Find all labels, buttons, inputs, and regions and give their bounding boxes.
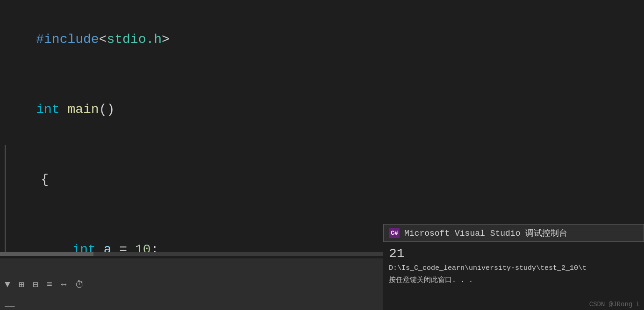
watermark-text: CSDN @JRong L	[589, 301, 640, 308]
console-output: 21	[389, 246, 638, 262]
code-line-int-a: int a = 10;	[5, 215, 383, 252]
bottom-toolbar: ▼ ⊞ ⊟ ≡ ↔ ⏱ __	[0, 259, 383, 310]
code-line-main: int main()	[5, 75, 383, 145]
dropdown-icon[interactable]: ▼	[5, 279, 10, 290]
vs-icon: C#	[389, 228, 400, 238]
code-editor[interactable]: #include<stdio.h> int main() { int a = 1…	[0, 0, 383, 252]
console-wait: 按任意键关闭此窗口. . .	[389, 275, 638, 287]
console-title: Microsoft Visual Studio 调试控制台	[404, 227, 567, 239]
console-body: 21 D:\Is_C_code_learn\university-study\t…	[383, 242, 644, 290]
console-path: D:\Is_C_code_learn\university-study\test…	[389, 262, 638, 275]
code-line-open-brace: {	[5, 145, 383, 215]
editor-scrollbar[interactable]	[0, 252, 383, 256]
align-icon[interactable]: ⊞	[19, 279, 24, 290]
watermark: CSDN @JRong L	[589, 301, 640, 308]
clock-icon[interactable]: ⏱	[75, 279, 84, 290]
console-panel: C# Microsoft Visual Studio 调试控制台 21 D:\I…	[383, 224, 644, 310]
swap-icon[interactable]: ↔	[61, 279, 66, 290]
code-line-include: #include<stdio.h>	[5, 5, 383, 75]
indent-inc-icon[interactable]: ≡	[47, 279, 52, 290]
indent-dec-icon[interactable]: ⊟	[33, 279, 38, 290]
scrollbar-thumb[interactable]	[0, 252, 93, 256]
dashes: __	[5, 299, 15, 308]
console-header: C# Microsoft Visual Studio 调试控制台	[383, 224, 644, 242]
